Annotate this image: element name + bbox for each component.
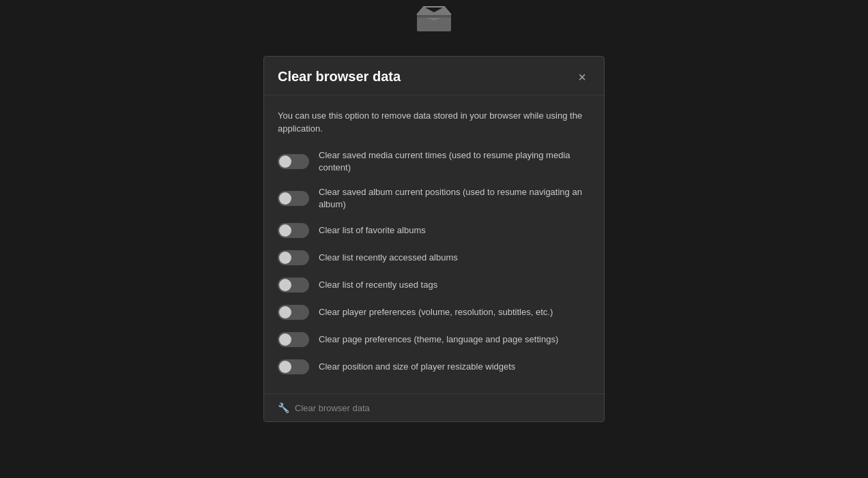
- toggle-row: Clear list recently accessed albums: [278, 250, 590, 265]
- toggle-label-1: Clear saved media current times (used to…: [319, 149, 590, 174]
- toggle-label-5: Clear list of recently used tags: [319, 279, 437, 291]
- toggle-label-3: Clear list of favorite albums: [319, 224, 426, 237]
- toggle-row: Clear saved media current times (used to…: [278, 149, 590, 174]
- toggle-8[interactable]: [278, 359, 309, 374]
- toggle-2[interactable]: [278, 191, 309, 206]
- toggle-list: Clear saved media current times (used to…: [278, 149, 590, 375]
- toggle-label-4: Clear list recently accessed albums: [319, 252, 458, 264]
- toggle-7[interactable]: [278, 332, 309, 347]
- toggle-row: Clear list of favorite albums: [278, 223, 590, 238]
- wrench-icon: 🔧: [278, 402, 289, 413]
- toggle-5[interactable]: [278, 278, 309, 293]
- toggle-label-8: Clear position and size of player resiza…: [319, 361, 515, 373]
- toggle-row: Clear player preferences (volume, resolu…: [278, 305, 590, 320]
- clear-browser-data-dialog: Clear browser data × You can use this op…: [263, 56, 605, 423]
- toggle-row: Clear position and size of player resiza…: [278, 359, 590, 374]
- toggle-1[interactable]: [278, 154, 309, 169]
- toggle-label-2: Clear saved album current positions (use…: [319, 186, 590, 211]
- toggle-label-7: Clear page preferences (theme, language …: [319, 333, 558, 346]
- toggle-3[interactable]: [278, 223, 309, 238]
- toggle-row: Clear page preferences (theme, language …: [278, 332, 590, 347]
- toggle-label-6: Clear player preferences (volume, resolu…: [319, 306, 553, 318]
- dialog-title: Clear browser data: [278, 69, 401, 85]
- dialog-overlay: Clear browser data × You can use this op…: [0, 0, 868, 478]
- dialog-footer: 🔧 Clear browser data: [264, 393, 604, 421]
- clear-browser-data-button[interactable]: Clear browser data: [295, 403, 370, 413]
- toggle-row: Clear list of recently used tags: [278, 278, 590, 293]
- dialog-header: Clear browser data ×: [264, 57, 604, 95]
- toggle-6[interactable]: [278, 305, 309, 320]
- dialog-body: You can use this option to remove data s…: [264, 95, 604, 394]
- dialog-description: You can use this option to remove data s…: [278, 109, 590, 136]
- toggle-row: Clear saved album current positions (use…: [278, 186, 590, 211]
- toggle-4[interactable]: [278, 250, 309, 265]
- close-button[interactable]: ×: [574, 69, 590, 85]
